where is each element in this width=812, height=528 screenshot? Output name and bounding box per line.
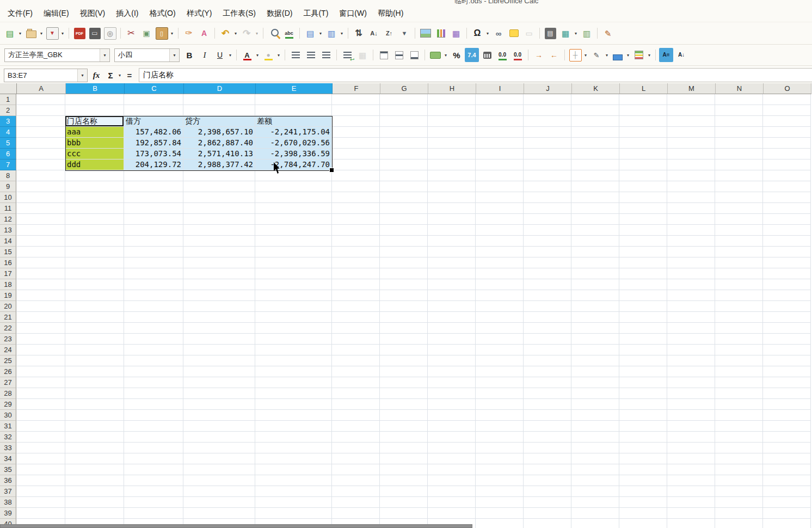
cell-D14[interactable] xyxy=(183,236,255,247)
cell-A23[interactable] xyxy=(16,334,65,345)
cell-G24[interactable] xyxy=(380,345,428,355)
cell-F33[interactable] xyxy=(332,443,380,453)
cell-M39[interactable] xyxy=(667,508,715,519)
cell-H4[interactable] xyxy=(428,127,476,138)
cell-E18[interactable] xyxy=(255,279,332,290)
cell-D6[interactable]: 2,571,410.13 xyxy=(183,149,255,159)
cell-E13[interactable] xyxy=(255,225,332,236)
cell-K24[interactable] xyxy=(571,345,619,355)
cell-O18[interactable] xyxy=(763,279,811,290)
cell-K27[interactable] xyxy=(571,377,619,388)
cell-C37[interactable] xyxy=(124,486,183,497)
text-direction-ltr-button[interactable]: A≡ xyxy=(659,48,673,62)
cell-N19[interactable] xyxy=(715,290,763,301)
cell-F3[interactable] xyxy=(332,116,380,127)
cell-M4[interactable] xyxy=(667,127,715,138)
cell-L2[interactable] xyxy=(619,105,667,116)
cell-L29[interactable] xyxy=(619,399,667,410)
format-number-button[interactable]: 7.4 xyxy=(465,48,479,62)
insert-column-button[interactable]: ▥ xyxy=(324,26,339,40)
cell-E16[interactable] xyxy=(255,257,332,268)
cell-E5[interactable]: -2,670,029.56 xyxy=(255,138,332,149)
cell-L24[interactable] xyxy=(619,345,667,355)
undo-button[interactable]: ↶ xyxy=(218,26,232,40)
align-right-button[interactable] xyxy=(319,48,333,62)
row-header-17[interactable]: 17 xyxy=(0,268,16,279)
menu-item-tools[interactable]: 工具(T) xyxy=(298,6,334,21)
cell-F15[interactable] xyxy=(332,247,380,257)
cell-C27[interactable] xyxy=(124,377,183,388)
cell-M1[interactable] xyxy=(667,94,715,105)
cell-J32[interactable] xyxy=(524,432,571,443)
cell-L20[interactable] xyxy=(619,301,667,312)
cell-A35[interactable] xyxy=(16,464,65,475)
row-header-27[interactable]: 27 xyxy=(0,377,16,388)
cell-B23[interactable] xyxy=(65,334,124,345)
cell-H7[interactable] xyxy=(428,159,476,170)
cell-E32[interactable] xyxy=(255,432,332,443)
cell-G12[interactable] xyxy=(380,214,428,225)
cell-A39[interactable] xyxy=(16,508,65,519)
cell-A9[interactable] xyxy=(16,181,65,192)
cell-O40[interactable] xyxy=(763,519,811,528)
find-replace-button[interactable] xyxy=(267,26,281,40)
cell-F16[interactable] xyxy=(332,257,380,268)
menu-item-help[interactable]: 帮助(H) xyxy=(372,6,409,21)
column-header-B[interactable]: B xyxy=(66,83,125,94)
row-header-13[interactable]: 13 xyxy=(0,225,16,236)
cell-H31[interactable] xyxy=(428,421,476,432)
cell-B31[interactable] xyxy=(65,421,124,432)
cell-B5[interactable]: bbb xyxy=(65,138,124,149)
cell-A28[interactable] xyxy=(16,388,65,399)
copy-button[interactable]: ▣ xyxy=(139,26,153,40)
cell-O19[interactable] xyxy=(763,290,811,301)
cell-F7[interactable] xyxy=(332,159,380,170)
cell-J3[interactable] xyxy=(524,116,571,127)
row-header-35[interactable]: 35 xyxy=(0,464,16,475)
cell-F36[interactable] xyxy=(332,475,380,486)
cell-M12[interactable] xyxy=(667,214,715,225)
bold-button[interactable]: B xyxy=(182,48,196,62)
cell-F31[interactable] xyxy=(332,421,380,432)
cell-B1[interactable] xyxy=(65,94,124,105)
cell-B14[interactable] xyxy=(65,236,124,247)
cell-L1[interactable] xyxy=(619,94,667,105)
cell-G23[interactable] xyxy=(380,334,428,345)
cell-M17[interactable] xyxy=(667,268,715,279)
menu-item-edit[interactable]: 编辑(E) xyxy=(38,6,75,21)
underline-button[interactable]: U xyxy=(213,48,227,62)
cell-C9[interactable] xyxy=(124,181,183,192)
cell-F17[interactable] xyxy=(332,268,380,279)
cell-I1[interactable] xyxy=(476,94,524,105)
row-header-32[interactable]: 32 xyxy=(0,432,16,443)
cell-H36[interactable] xyxy=(428,475,476,486)
insert-row-button[interactable]: ▤ xyxy=(303,26,317,40)
cell-L14[interactable] xyxy=(619,236,667,247)
cell-G16[interactable] xyxy=(380,257,428,268)
cell-D23[interactable] xyxy=(183,334,255,345)
cell-E14[interactable] xyxy=(255,236,332,247)
cell-K29[interactable] xyxy=(571,399,619,410)
menu-item-data[interactable]: 数据(D) xyxy=(261,6,298,21)
cell-K6[interactable] xyxy=(571,149,619,159)
cell-G37[interactable] xyxy=(380,486,428,497)
cell-L9[interactable] xyxy=(619,181,667,192)
decrease-indent-button[interactable]: ← xyxy=(547,48,561,62)
cell-G15[interactable] xyxy=(380,247,428,257)
cell-N7[interactable] xyxy=(715,159,763,170)
border-style-dropdown[interactable]: ▾ xyxy=(604,53,610,58)
border-color-dropdown[interactable]: ▾ xyxy=(625,53,631,58)
cell-G35[interactable] xyxy=(380,464,428,475)
cell-F10[interactable] xyxy=(332,192,380,203)
cell-O23[interactable] xyxy=(763,334,811,345)
cell-G34[interactable] xyxy=(380,453,428,464)
cell-A37[interactable] xyxy=(16,486,65,497)
open-button[interactable] xyxy=(24,26,38,40)
cell-I5[interactable] xyxy=(476,138,524,149)
cell-N3[interactable] xyxy=(715,116,763,127)
cell-H17[interactable] xyxy=(428,268,476,279)
cell-K18[interactable] xyxy=(571,279,619,290)
cell-B8[interactable] xyxy=(65,170,124,181)
cell-M22[interactable] xyxy=(667,323,715,334)
row-header-20[interactable]: 20 xyxy=(0,301,16,312)
